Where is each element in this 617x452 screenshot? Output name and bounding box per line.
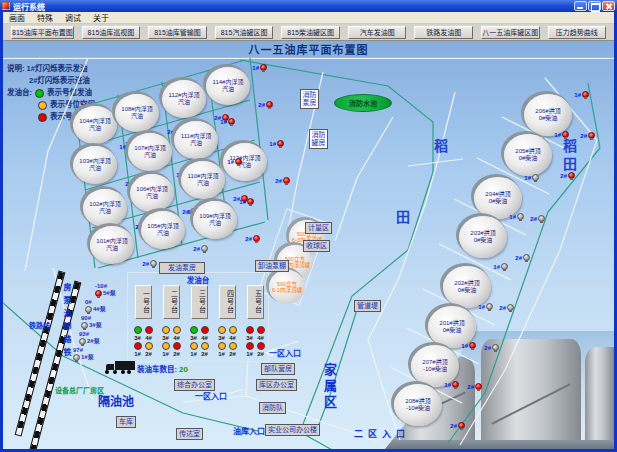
railway-unloading-pump-house-label: 房泵油卸路铁 xyxy=(61,283,72,361)
station-name: 一号台 xyxy=(135,285,152,319)
tank-label: 112#内浮顶汽油 xyxy=(162,80,206,118)
gas-tank-111[interactable]: 111#内浮顶汽油1#2# xyxy=(174,121,218,159)
legend-dot-red xyxy=(38,113,47,122)
legend-note-2: 2#灯闪烁表示进油 xyxy=(7,75,95,87)
light-label: 1# xyxy=(190,351,197,357)
family-area-label: 家属区 xyxy=(320,363,339,411)
light-label: 1# xyxy=(218,351,225,357)
station-1[interactable]: 一号台 3#4# 1#2# xyxy=(132,285,154,357)
tank-lamp-1: 1# xyxy=(444,381,459,388)
gas-tank-105[interactable]: 105#内浮顶汽油1#2# xyxy=(141,211,185,249)
tank-lamp-2: 2# xyxy=(193,245,208,252)
gas-tank-109[interactable]: 109#内浮顶汽油1#2# xyxy=(193,201,237,239)
maximize-button[interactable] xyxy=(588,1,601,11)
station-light xyxy=(218,326,226,334)
station-5[interactable]: 五号台 3#4# 1#2# xyxy=(244,285,266,357)
tank-lamp-1: 1# xyxy=(524,174,539,181)
tank-lamp-2: 2# xyxy=(484,344,499,351)
tank-lamp-1: 1# xyxy=(509,213,524,220)
nav-inspection[interactable]: 815油库巡视图 xyxy=(82,26,141,39)
railway-line-label: 铁路线 xyxy=(29,320,50,330)
rail-pump-1: 97#1#泵 xyxy=(73,347,94,361)
truck-icon xyxy=(105,361,135,374)
station-2[interactable]: 二号台 3#4# 1#2# xyxy=(160,285,182,357)
tank-lamp-2: 2# xyxy=(580,132,595,139)
minimize-button[interactable] xyxy=(574,1,587,11)
nav-truck-loading[interactable]: 汽车发油图 xyxy=(348,26,407,39)
gas-tank-108[interactable]: 108#内浮顶汽油1#2# xyxy=(115,94,159,132)
tank-label: 206#拱顶0#柴油 xyxy=(524,94,572,136)
nav-diesel-area[interactable]: 815柴油罐区图 xyxy=(281,26,340,39)
small-tank-6-1[interactable]: 500立方6-1内浮顶罐 xyxy=(269,270,305,304)
diesel-tank-203[interactable]: 203#拱顶0#柴油1#2# xyxy=(459,216,507,258)
garage-label: 车库 xyxy=(116,416,136,428)
tank-label: 203#拱顶0#柴油 xyxy=(459,216,507,258)
photo-tank xyxy=(481,339,581,441)
gas-tank-104[interactable]: 104#内浮顶汽油1#2# xyxy=(73,106,117,144)
station-light xyxy=(173,342,181,350)
close-button[interactable] xyxy=(602,1,615,11)
light-label: 3# xyxy=(246,335,253,341)
station-light xyxy=(134,342,142,350)
depot-gate-label: 油库入口 xyxy=(233,425,265,436)
menu-about[interactable]: 关于 xyxy=(87,12,115,23)
station-light xyxy=(162,342,170,350)
tank-lamp-2: 2# xyxy=(450,422,465,429)
window-title: 运行系统 xyxy=(13,1,45,12)
nav-tank-area[interactable]: 八一五油库罐区图 xyxy=(481,26,540,39)
rail-pump-3: 90#3#泵 xyxy=(81,315,102,329)
station-3[interactable]: 三号台 3#4# 1#2# xyxy=(188,285,210,357)
diesel-tank-208[interactable]: 208#拱顶-10#柴油1#2# xyxy=(394,384,442,426)
fire-pump-house-label: 消防泵房 xyxy=(300,89,319,109)
rail-pump-2: 93#2#泵 xyxy=(79,331,100,345)
menu-special[interactable]: 特殊 xyxy=(31,12,59,23)
nav-pipeline[interactable]: 815油库管输图 xyxy=(148,26,207,39)
tank-label: 208#拱顶-10#柴油 xyxy=(394,384,442,426)
tank-label: 107#内浮顶汽油 xyxy=(128,133,172,171)
truck-count-value: 20 xyxy=(179,365,188,374)
tank-label: 104#内浮顶汽油 xyxy=(73,106,117,144)
gas-tank-114[interactable]: 114#内浮顶汽油1#2# xyxy=(206,67,250,105)
light-label: 3# xyxy=(134,335,141,341)
menu-screen[interactable]: 画面 xyxy=(3,12,31,23)
gas-tank-107[interactable]: 107#内浮顶汽油1#2# xyxy=(128,133,172,171)
rail-pump-4: 0#4#泵 xyxy=(85,299,106,313)
photo-tank xyxy=(585,347,614,441)
equipment-plant-label: 设备总厂厂房区 xyxy=(55,385,104,395)
gas-tank-101[interactable]: 101#内浮顶汽油1#2# xyxy=(90,226,134,264)
nav-plan-layout[interactable]: 815油库平面布置图 xyxy=(11,26,74,39)
tank-lamp-2: 2# xyxy=(258,101,273,108)
station-4[interactable]: 四号台 3#4# 1#2# xyxy=(216,285,238,357)
diesel-tank-202[interactable]: 202#拱顶0#柴油1#2# xyxy=(443,266,491,308)
toolbar: 815油库平面布置图 815油库巡视图 815油库管输图 815汽油罐区图 81… xyxy=(3,24,614,41)
nav-pressure-trend[interactable]: 压力趋势曲线 xyxy=(548,26,607,39)
station-name: 二号台 xyxy=(163,285,180,319)
station-light xyxy=(190,326,198,334)
light-label: 4# xyxy=(201,335,208,341)
title-bar[interactable]: 运行系统 xyxy=(0,0,617,12)
station-light xyxy=(218,342,226,350)
light-label: 4# xyxy=(173,335,180,341)
menu-bar: 画面 特殊 调试 关于 xyxy=(3,12,614,24)
station-light xyxy=(257,342,265,350)
station-light xyxy=(246,342,254,350)
legend-note-1: 说明: 1#灯闪烁表示发油 xyxy=(7,63,95,75)
station-light xyxy=(201,342,209,350)
gas-tank-102[interactable]: 102#内浮顶汽油1#2# xyxy=(83,189,127,227)
diesel-tank-206[interactable]: 206#拱顶0#柴油1#2# xyxy=(524,94,572,136)
diesel-tank-205[interactable]: 205#拱顶0#柴油1#2# xyxy=(504,134,552,176)
legend-dot-green xyxy=(35,89,44,98)
gas-tank-110[interactable]: 110#内浮顶汽油1#2# xyxy=(181,161,225,199)
gas-tank-106[interactable]: 106#内浮顶汽油1#2# xyxy=(130,174,174,212)
station-light xyxy=(145,342,153,350)
fire-tank-house-label: 消防罐房 xyxy=(309,129,328,149)
nav-gasoline-area[interactable]: 815汽油罐区图 xyxy=(215,26,274,39)
light-label: 3# xyxy=(218,335,225,341)
menu-debug[interactable]: 调试 xyxy=(59,12,87,23)
tank-lamp-1: 1# xyxy=(269,140,284,147)
nav-rail-loading[interactable]: 铁路发油图 xyxy=(414,26,473,39)
company-office-label: 实业公司办公楼 xyxy=(265,424,320,436)
gas-tank-112[interactable]: 112#内浮顶汽油1#2# xyxy=(162,80,206,118)
gas-tank-103[interactable]: 103#内浮顶汽油1#2# xyxy=(73,146,117,184)
tank-label: 114#内浮顶汽油 xyxy=(206,67,250,105)
